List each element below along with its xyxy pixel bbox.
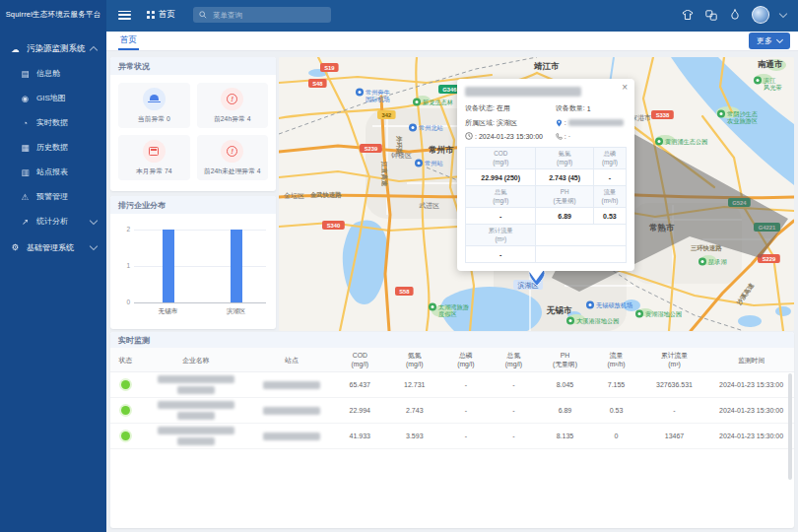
user-menu-chevron-down-icon[interactable] xyxy=(779,10,787,18)
redacted-company-title xyxy=(465,87,581,97)
gridline xyxy=(134,230,266,231)
globe-icon: ◉ xyxy=(20,94,31,103)
stat-card-label: 当前异常 0 xyxy=(138,114,170,124)
sidebar-root-pollution-system[interactable]: ☁ 污染源监测系统 xyxy=(0,37,106,61)
popup-metrics-table: COD(mg/l)氨氮(mg/l)总磷(mg/l)22.994 (250)2.7… xyxy=(465,147,627,263)
x-category-label: 滨湖区 xyxy=(212,307,261,316)
phone-icon xyxy=(556,133,563,140)
gridline xyxy=(134,302,266,303)
column-header: 流量(m³/h) xyxy=(592,348,640,372)
sidebar-item-label: 信息舱 xyxy=(36,68,60,79)
stat-card-label: 前24h未处理异常 4 xyxy=(204,166,261,176)
road-badge-label: S338 xyxy=(656,112,670,118)
table-cell: 2.743 xyxy=(387,398,442,424)
panel-title: 异常状况 xyxy=(110,57,276,75)
stat-card: 当前异常 0 xyxy=(118,83,190,128)
stat-card: 本月异常 74 xyxy=(118,135,190,180)
sidebar-root-base-system[interactable]: ⚙ 基础管理系统 xyxy=(0,235,106,259)
metric-value: - xyxy=(466,246,536,263)
search-icon xyxy=(199,11,207,19)
column-header: 企业名称 xyxy=(141,348,250,372)
table-cell: 12.731 xyxy=(387,372,442,398)
clock-icon: ◔ xyxy=(20,118,31,128)
menu-search[interactable] xyxy=(193,7,331,23)
table-row[interactable]: 65.43712.731--8.0457.155327636.5312024-0… xyxy=(110,372,794,398)
sidebar-item-info-hub[interactable]: ▤信息舱 xyxy=(0,61,106,86)
table-cell: 22.994 xyxy=(333,398,388,424)
table-cell: - xyxy=(640,398,708,424)
close-icon[interactable]: × xyxy=(622,83,628,93)
sidebar-item-alert-management[interactable]: ⚠预警管理 xyxy=(0,184,106,209)
table-row[interactable]: 22.9942.743--6.890.53-2024-01-23 15:30:0… xyxy=(110,398,794,424)
map-poi-label: 无锡硕放机场 xyxy=(596,301,632,309)
sidebar-item-history-data[interactable]: ▦历史数据 xyxy=(0,135,106,160)
hamburger-menu-icon[interactable] xyxy=(118,11,131,20)
bar-chart: 012无锡市滨湖区 xyxy=(116,218,270,326)
road-badge-label: S340 xyxy=(327,223,341,229)
column-header: 站点 xyxy=(250,348,332,372)
redacted-company-name xyxy=(158,427,234,434)
sidebar-item-stats-analysis[interactable]: ↗统计分析 xyxy=(0,209,106,233)
theme-skin-icon[interactable] xyxy=(681,9,694,22)
device-count-field: 设备数量:1 xyxy=(556,103,627,113)
metric-value: 2.743 (45) xyxy=(536,169,593,186)
column-header: 累计流量(m³) xyxy=(640,348,708,372)
top-header: Squirrel生态环境云服务平台 首页 xyxy=(0,0,798,30)
table-cell: - xyxy=(490,424,538,449)
map-city-label: 常州市 xyxy=(429,145,454,155)
map-district-label: 武进区 xyxy=(419,202,439,210)
road-badge-label: S19 xyxy=(324,65,335,71)
sidebar-item-realtime-data[interactable]: ◔实时数据 xyxy=(0,110,106,135)
table-cell: - xyxy=(490,372,538,398)
map-road-label: 金武快速路 xyxy=(309,191,342,199)
user-avatar[interactable] xyxy=(752,6,769,24)
grid-icon xyxy=(147,11,155,19)
y-tick-label: 2 xyxy=(116,226,130,233)
stat-card: 前24h异常 4 xyxy=(197,83,269,128)
siren-icon xyxy=(150,95,159,100)
more-button[interactable]: 更多 xyxy=(749,33,790,49)
enterprise-distribution-panel: 排污企业分布 012无锡市滨湖区 xyxy=(110,196,276,329)
flame-icon[interactable] xyxy=(728,9,741,22)
table-cell: 6.89 xyxy=(538,398,593,424)
column-header: PH(无量纲) xyxy=(538,348,593,372)
map-road-label: 江宜高速 xyxy=(380,161,388,187)
device-status-field: 设备状态:在用 xyxy=(465,103,556,113)
map-city-label: 靖江市 xyxy=(533,61,560,71)
metric-header: 总磷(mg/l) xyxy=(593,148,626,169)
redacted-address xyxy=(568,119,624,126)
warn-icon xyxy=(227,146,237,157)
map-poi-label: 常州北站 xyxy=(419,124,443,132)
tab-home[interactable]: 首页 xyxy=(118,32,139,50)
nav-home[interactable]: 首页 xyxy=(147,9,175,21)
gis-map[interactable]: 靖江市南通市常州市常熟市无锡市钟楼区武进区金坛区张家港市常州奔牛国际机场常州北站… xyxy=(279,57,794,331)
table-cell: 3.593 xyxy=(387,424,442,449)
region-field: 所属区域:滨湖区 xyxy=(465,118,556,128)
table-row[interactable]: 41.9333.593--8.1350134672024-01-23 15:30… xyxy=(110,424,794,449)
map-poi-label: 常州奔牛国际机场 xyxy=(366,89,391,103)
table-cell: 2024-01-23 15:33:00 xyxy=(708,372,794,398)
tab-bar: 首页 更多 xyxy=(106,30,798,51)
sidebar-item-site-report[interactable]: ▥站点报表 xyxy=(0,160,106,184)
map-road-label: 三环快速路 xyxy=(691,244,722,252)
metric-header: COD(mg/l) xyxy=(466,148,536,169)
alert-icon: ⚠ xyxy=(20,192,31,202)
table-scrollbar[interactable] xyxy=(788,373,792,480)
clock-icon xyxy=(465,132,473,140)
redacted-station-name xyxy=(263,407,320,415)
table-cell: 0.53 xyxy=(592,398,640,424)
metric-value: - xyxy=(466,208,536,225)
redacted-company-name xyxy=(158,375,234,383)
stat-card-label: 本月异常 74 xyxy=(136,166,172,176)
panel-title: 实时监测 xyxy=(110,332,794,348)
calendar-icon xyxy=(149,147,159,156)
phone-field: :· xyxy=(556,133,627,140)
sidebar-item-gis-map[interactable]: ◉GIS地图 xyxy=(0,86,106,110)
map-poi-label: 大溪港湿地公园 xyxy=(576,317,619,325)
metric-header: 总氮(mg/l) xyxy=(466,186,536,208)
layout-switch-icon[interactable] xyxy=(704,9,717,22)
history-icon: ▦ xyxy=(20,143,31,153)
search-input[interactable] xyxy=(211,10,325,21)
chevron-down-icon xyxy=(776,36,783,43)
sidebar-item-label: 预警管理 xyxy=(36,191,68,202)
